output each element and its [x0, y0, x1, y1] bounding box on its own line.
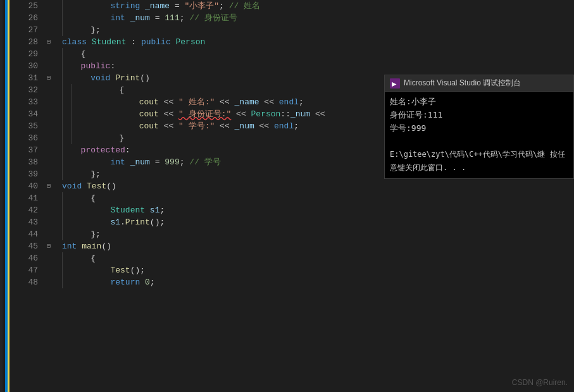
code-text-35: cout << " 学号:" << _num << endl;: [53, 120, 299, 132]
line-number-38: 38: [9, 156, 44, 168]
code-text-27: };: [53, 24, 101, 36]
code-line-28: 28 ⊟ class Student : public Person: [9, 36, 574, 48]
debug-title-bar[interactable]: ▶ Microsoft Visual Studio 调试控制台: [385, 75, 573, 92]
dark-bar: [0, 0, 3, 392]
line-number-33: 33: [9, 96, 44, 108]
line-number-35: 35: [9, 120, 44, 132]
line-number-46: 46: [9, 252, 44, 264]
line-number-45: 45: [9, 240, 44, 252]
line-number-26: 26: [9, 12, 44, 24]
fold-42: [44, 204, 53, 216]
code-line-29: 29 {: [9, 48, 574, 60]
code-line-27: 27 };: [9, 24, 574, 36]
debug-line-2: 身份证号:111: [390, 109, 568, 122]
code-text-31: void Print(): [53, 72, 150, 84]
fold-36: [44, 132, 53, 144]
code-line-42: 42 Student s1;: [9, 204, 574, 216]
editor-container: 25 string _name = "小李子"; // 姓名 26 int _n…: [0, 0, 574, 392]
line-number-27: 27: [9, 24, 44, 36]
code-line-40: 40 ⊟ void Test(): [9, 180, 574, 192]
line-number-32: 32: [9, 84, 44, 96]
code-line-47: 47 Test();: [9, 264, 574, 276]
fold-45[interactable]: ⊟: [44, 240, 53, 252]
code-text-28: class Student : public Person: [53, 36, 205, 48]
fold-48: [44, 276, 53, 288]
debug-title-text: Microsoft Visual Studio 调试控制台: [404, 78, 521, 89]
line-number-30: 30: [9, 60, 44, 72]
code-text-39: };: [53, 168, 101, 180]
debug-console: ▶ Microsoft Visual Studio 调试控制台 姓名:小李子 身…: [384, 75, 574, 179]
code-text-46: {: [53, 252, 96, 264]
watermark: CSDN @Ruiren.: [512, 378, 568, 387]
debug-line-1: 姓名:小李子: [390, 95, 568, 109]
line-number-44: 44: [9, 228, 44, 240]
line-number-25: 25: [9, 0, 44, 12]
code-line-48: 48 return 0;: [9, 276, 574, 288]
fold-43: [44, 216, 53, 228]
code-text-42: Student s1;: [53, 204, 165, 216]
fold-25: [44, 0, 53, 12]
code-text-33: cout << " 姓名:" << _name << endl;: [53, 96, 304, 108]
code-text-36: }: [53, 132, 124, 144]
fold-27: [44, 24, 53, 36]
debug-output: 姓名:小李子 身份证号:111 学号:999 E:\gitee\zyt\代码\C…: [385, 92, 573, 178]
code-text-37: protected:: [53, 144, 130, 156]
code-line-46: 46 {: [9, 252, 574, 264]
fold-28[interactable]: ⊟: [44, 36, 53, 48]
fold-44: [44, 228, 53, 240]
vs-icon: ▶: [390, 78, 400, 89]
line-number-34: 34: [9, 108, 44, 120]
fold-40[interactable]: ⊟: [44, 180, 53, 192]
code-line-26: 26 int _num = 111; // 身份证号: [9, 12, 574, 24]
line-number-48: 48: [9, 276, 44, 288]
fold-41: [44, 192, 53, 204]
code-line-43: 43 s1.Print();: [9, 216, 574, 228]
code-text-47: Test();: [53, 264, 145, 276]
fold-34: [44, 108, 53, 120]
svg-text:▶: ▶: [392, 81, 397, 87]
code-text-34: cout << " 身份证号:" << Person::_num <<: [53, 108, 325, 120]
line-number-47: 47: [9, 264, 44, 276]
code-line-44: 44 };: [9, 228, 574, 240]
debug-path: E:\gitee\zyt\代码\C++代码\学习代码\继: [390, 150, 545, 159]
fold-32: [44, 84, 53, 96]
fold-31[interactable]: ⊟: [44, 72, 53, 84]
code-line-45: 45 ⊟ int main(): [9, 240, 574, 252]
line-number-28: 28: [9, 36, 44, 48]
code-editor: 25 string _name = "小李子"; // 姓名 26 int _n…: [9, 0, 574, 392]
fold-35: [44, 120, 53, 132]
code-line-30: 30 public:: [9, 60, 574, 72]
code-text-44: };: [53, 228, 101, 240]
line-number-36: 36: [9, 132, 44, 144]
side-bars: [0, 0, 5, 392]
fold-47: [44, 264, 53, 276]
code-text-48: return 0;: [53, 276, 155, 288]
fold-33: [44, 96, 53, 108]
code-text-38: int _num = 999; // 学号: [53, 156, 221, 168]
line-number-40: 40: [9, 180, 44, 192]
line-number-29: 29: [9, 48, 44, 60]
line-number-42: 42: [9, 204, 44, 216]
code-text-29: {: [53, 48, 85, 60]
code-text-32: {: [53, 84, 124, 96]
fold-39: [44, 168, 53, 180]
line-number-41: 41: [9, 192, 44, 204]
code-text-30: public:: [53, 60, 115, 72]
line-number-39: 39: [9, 168, 44, 180]
code-text-45: int main(): [53, 240, 111, 252]
fold-37: [44, 144, 53, 156]
code-text-25: string _name = "小李子"; // 姓名: [53, 0, 260, 12]
fold-26: [44, 12, 53, 24]
fold-30: [44, 60, 53, 72]
line-number-31: 31: [9, 72, 44, 84]
code-text-26: int _num = 111; // 身份证号: [53, 12, 237, 24]
code-text-43: s1.Print();: [53, 216, 165, 228]
line-number-37: 37: [9, 144, 44, 156]
code-line-25: 25 string _name = "小李子"; // 姓名: [9, 0, 574, 12]
code-line-41: 41 {: [9, 192, 574, 204]
fold-29: [44, 48, 53, 60]
fold-46: [44, 252, 53, 264]
debug-line-3: 学号:999: [390, 122, 568, 135]
line-number-43: 43: [9, 216, 44, 228]
code-text-40: void Test(): [53, 180, 116, 192]
